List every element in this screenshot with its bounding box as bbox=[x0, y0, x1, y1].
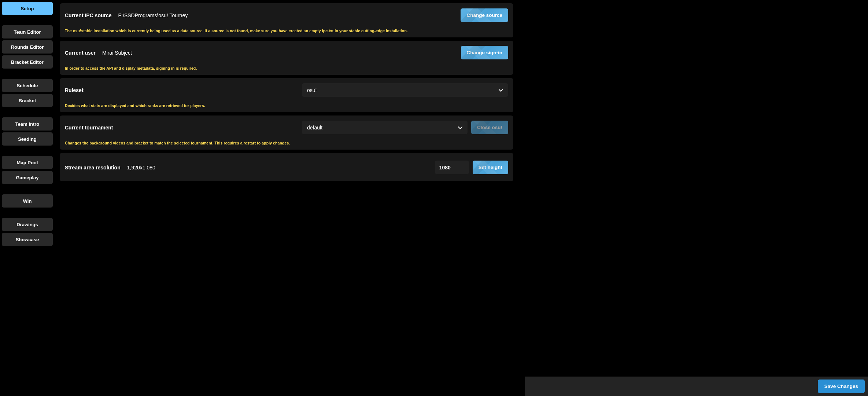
right-controls: Change sign-in bbox=[461, 46, 509, 59]
tournament-help: Changes the background videos and bracke… bbox=[65, 141, 508, 145]
sidebar-item-win[interactable]: Win bbox=[2, 194, 53, 208]
card-ruleset: Ruleset osu! Decides what stats are disp… bbox=[60, 78, 513, 112]
set-height-button[interactable]: Set height bbox=[473, 161, 508, 174]
sidebar-group: Win bbox=[2, 194, 53, 208]
right-controls: Change source bbox=[461, 8, 508, 22]
tournament-label: Current tournament bbox=[65, 125, 302, 131]
ruleset-help: Decides what stats are displayed and whi… bbox=[65, 103, 508, 108]
current-user-help: In order to access the API and display m… bbox=[65, 66, 508, 70]
card-current-tournament: Current tournament default Close osu! Ch… bbox=[60, 115, 513, 150]
sidebar-group: Setup bbox=[2, 2, 53, 15]
sidebar-item-team-editor[interactable]: Team Editor bbox=[2, 25, 53, 38]
sidebar-item-rounds-editor[interactable]: Rounds Editor bbox=[2, 40, 53, 54]
ruleset-select[interactable]: osu! bbox=[302, 83, 508, 97]
sidebar-item-team-intro[interactable]: Team Intro bbox=[2, 117, 53, 131]
card-ipc-source: Current IPC source F:\SSDPrograms\osu! T… bbox=[60, 3, 513, 37]
card-stream-resolution: Stream area resolution 1,920x1,080 Set h… bbox=[60, 153, 513, 181]
sidebar-item-schedule[interactable]: Schedule bbox=[2, 79, 53, 92]
current-user-label: Current user bbox=[65, 50, 96, 56]
tournament-select-value: default bbox=[307, 125, 322, 131]
resolution-value: 1,920x1,080 bbox=[127, 165, 155, 170]
sidebar-item-drawings[interactable]: Drawings bbox=[2, 218, 53, 231]
sidebar-group: Team Intro Seeding bbox=[2, 117, 53, 146]
tournament-select[interactable]: default bbox=[302, 121, 468, 134]
sidebar-group: Schedule Bracket bbox=[2, 79, 53, 107]
sidebar-item-setup[interactable]: Setup bbox=[2, 2, 53, 15]
sidebar-item-seeding[interactable]: Seeding bbox=[2, 132, 53, 146]
change-sign-in-button[interactable]: Change sign-in bbox=[461, 46, 509, 59]
save-bar: Save Changes bbox=[525, 377, 868, 396]
ruleset-label: Ruleset bbox=[65, 87, 302, 93]
card-row: Ruleset osu! bbox=[65, 83, 508, 97]
height-input[interactable] bbox=[435, 161, 469, 174]
ruleset-select-value: osu! bbox=[307, 87, 317, 93]
right-controls: Set height bbox=[435, 161, 508, 174]
chevron-down-icon bbox=[457, 125, 463, 131]
main-content: Current IPC source F:\SSDPrograms\osu! T… bbox=[55, 0, 518, 396]
card-current-user: Current user Mirai Subject Change sign-i… bbox=[60, 41, 513, 75]
card-row: Current IPC source F:\SSDPrograms\osu! T… bbox=[65, 8, 508, 22]
app-root: Setup Team Editor Rounds Editor Bracket … bbox=[0, 0, 868, 396]
card-row: Stream area resolution 1,920x1,080 Set h… bbox=[65, 158, 508, 177]
change-source-button[interactable]: Change source bbox=[461, 8, 508, 22]
current-user-value: Mirai Subject bbox=[102, 50, 132, 56]
close-osu-button[interactable]: Close osu! bbox=[471, 121, 508, 134]
card-row: Current user Mirai Subject Change sign-i… bbox=[65, 46, 508, 59]
resolution-label: Stream area resolution bbox=[65, 165, 121, 170]
card-row: Current tournament default Close osu! bbox=[65, 121, 508, 134]
sidebar-group: Team Editor Rounds Editor Bracket Editor bbox=[2, 25, 53, 69]
chevron-down-icon bbox=[498, 87, 504, 93]
sidebar: Setup Team Editor Rounds Editor Bracket … bbox=[0, 0, 55, 396]
sidebar-item-showcase[interactable]: Showcase bbox=[2, 233, 53, 246]
sidebar-group: Map Pool Gameplay bbox=[2, 156, 53, 184]
sidebar-item-bracket-editor[interactable]: Bracket Editor bbox=[2, 55, 53, 69]
ipc-source-help: The osu!stable installation which is cur… bbox=[65, 29, 508, 33]
save-changes-button[interactable]: Save Changes bbox=[818, 380, 865, 393]
ipc-source-value: F:\SSDPrograms\osu! Tourney bbox=[118, 12, 188, 18]
ipc-source-label: Current IPC source bbox=[65, 12, 112, 18]
sidebar-group: Drawings Showcase bbox=[2, 218, 53, 246]
sidebar-item-gameplay[interactable]: Gameplay bbox=[2, 171, 53, 184]
sidebar-item-map-pool[interactable]: Map Pool bbox=[2, 156, 53, 169]
sidebar-item-bracket[interactable]: Bracket bbox=[2, 94, 53, 107]
